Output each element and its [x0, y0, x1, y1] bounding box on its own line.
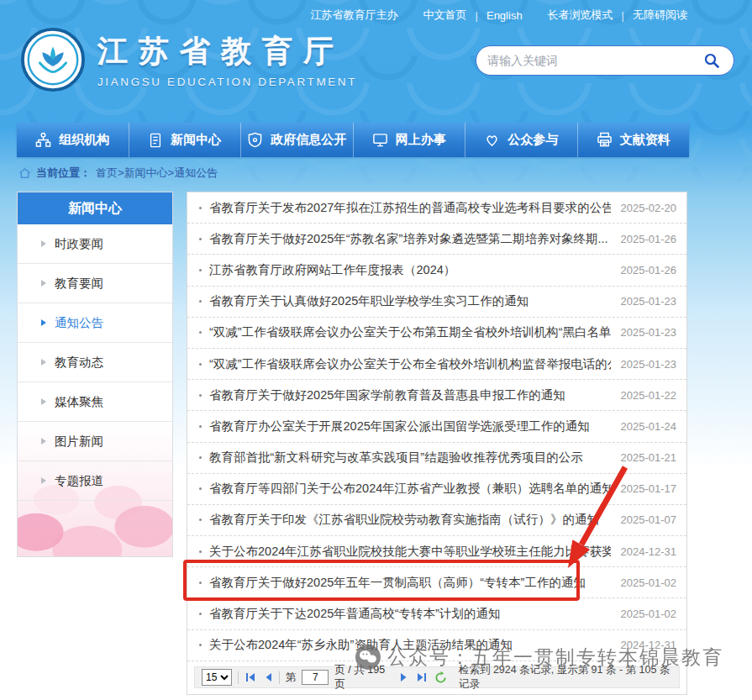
- list-item[interactable]: “双减”工作省级联席会议办公室关于公布第五期全省校外培训机构“黑白名单... 2…: [187, 318, 686, 349]
- notice-title[interactable]: 省教育厅关于做好2025年五年一贯制高职（高师）“专转本”工作的通知: [209, 575, 586, 591]
- triangle-bullet-icon: [41, 280, 46, 287]
- first-page-button[interactable]: [245, 672, 257, 682]
- sidebar-item[interactable]: 专题报道: [18, 461, 172, 501]
- notice-date: 2025-01-23: [611, 326, 677, 339]
- list-item[interactable]: 省教育厅等四部门关于公布2024年江苏省产业教授（兼职）选聘名单的通知 2025…: [187, 474, 686, 505]
- sidebar-item[interactable]: 通知公告: [18, 303, 172, 343]
- notice-title[interactable]: 关于公布2024年江苏省职业院校技能大赛中等职业学校班主任能力比赛获奖: [209, 544, 611, 560]
- last-page-icon: [416, 672, 427, 682]
- triangle-bullet-icon: [41, 438, 46, 445]
- search-input[interactable]: [487, 54, 701, 67]
- notice-title[interactable]: 教育部首批“新文科研究与改革实践项目”结题验收推荐优秀项目的公示: [209, 450, 583, 466]
- chinese-home-link[interactable]: 中文首页: [423, 8, 467, 23]
- list-item[interactable]: 省教育厅关于下达2025年普通高校“专转本”计划的通知 2025-01-02: [187, 598, 686, 629]
- sidebar-item[interactable]: 时政要闻: [18, 224, 172, 264]
- triangle-bullet-icon: [41, 477, 46, 484]
- home-icon: [18, 167, 31, 179]
- nav-item-online-services[interactable]: 网上办事: [354, 123, 466, 157]
- nav-item-gov-info-disclosure[interactable]: 政府信息公开: [241, 123, 354, 157]
- triangle-bullet-icon: [41, 398, 46, 405]
- list-item[interactable]: 省教育厅关于印发《江苏省职业院校劳动教育实施指南（试行）》的通知 2025-01…: [187, 505, 686, 536]
- site-logo-block: 江苏省教育厅 JIANGSU EDUCATION DEPARTMENT: [20, 27, 357, 92]
- notice-title[interactable]: 江苏省教育厅政府网站工作年度报表（2024）: [209, 262, 455, 278]
- notice-date: 2025-01-02: [611, 608, 677, 620]
- bullet-icon: [199, 394, 202, 397]
- sidebar-title: 新闻中心: [18, 192, 172, 224]
- sidebar-menu: 时政要闻 教育要闻 通知公告 教育动态: [18, 224, 172, 501]
- page-total-label: 页 / 共 195 页: [334, 663, 393, 692]
- notice-date: 2024-12-31: [611, 639, 677, 651]
- notice-title[interactable]: 省教育厅关于印发《江苏省职业院校劳动教育实施指南（试行）》的通知: [209, 512, 599, 528]
- search-button[interactable]: [701, 50, 723, 71]
- nav-item-public-participation[interactable]: 公众参与: [465, 123, 578, 157]
- list-item[interactable]: 省教育厅关于做好2025年“苏教名家”培养对象遴选暨第二期培养对象终期... 2…: [187, 224, 686, 255]
- elder-mode-link[interactable]: 长者浏览模式: [548, 8, 613, 23]
- list-item[interactable]: 省教育厅关于发布2027年拟在江苏招生的普通高校专业选考科目要求的公告 2025…: [187, 192, 686, 224]
- pagination-bar: 15 第 页 / 共 195 页: [187, 661, 686, 694]
- refresh-button[interactable]: [434, 671, 448, 684]
- list-item[interactable]: 省教育厅关于认真做好2025年职业学校学生实习工作的通知 2025-01-23: [187, 287, 686, 318]
- nav-item-news-center[interactable]: 新闻中心: [129, 123, 242, 157]
- archive-printer-icon: [597, 132, 613, 148]
- notice-date: 2025-02-20: [611, 202, 677, 214]
- list-item[interactable]: 省教育厅关于做好2025年五年一贯制高职（高师）“专转本”工作的通知 2025-…: [187, 567, 686, 598]
- notice-title[interactable]: 省教育厅办公室关于开展2025年国家公派出国留学选派受理工作的通知: [209, 418, 590, 434]
- divider: |: [622, 9, 624, 22]
- bullet-icon: [199, 238, 202, 240]
- notice-date: 2025-01-23: [611, 295, 677, 308]
- nav-label: 网上办事: [396, 132, 446, 148]
- prev-page-button[interactable]: [263, 672, 273, 682]
- bullet-icon: [199, 644, 202, 646]
- accessibility-link[interactable]: 无障碍阅读: [633, 8, 687, 23]
- list-item[interactable]: 关于公布2024年江苏省职业院校技能大赛中等职业学校班主任能力比赛获奖 2024…: [187, 536, 686, 567]
- host-link[interactable]: 江苏省教育厅主办: [311, 8, 398, 23]
- site-subtitle: JIANGSU EDUCATION DEPARTMENT: [97, 76, 357, 88]
- news-doc-icon: [148, 133, 163, 148]
- notice-title[interactable]: 省教育厅关于下达2025年普通高校“专转本”计划的通知: [209, 606, 500, 622]
- list-item[interactable]: 江苏省教育厅政府网站工作年度报表（2024） 2025-01-26: [187, 255, 686, 286]
- notice-title[interactable]: 省教育厅关于做好2025年“苏教名家”培养对象遴选暨第二期培养对象终期...: [209, 231, 608, 247]
- nav-item-documents[interactable]: 文献资料: [578, 123, 690, 157]
- list-item[interactable]: 关于公布2024年“苏乡永助”资助育人主题活动结果的通知 2024-12-31: [187, 630, 686, 661]
- top-utility-bar: 江苏省教育厅主办 中文首页 | English 长者浏览模式 | 无障碍阅读: [311, 8, 687, 23]
- list-item[interactable]: 省教育厅关于做好2025年国家学前教育普及普惠县申报工作的通知 2025-01-…: [187, 380, 686, 411]
- page-size-select[interactable]: 15: [202, 669, 232, 686]
- result-summary: 检索到 2924 条记录, 显示第 91 条 - 第 105 条记录: [459, 663, 672, 692]
- notice-title[interactable]: 省教育厅关于发布2027年拟在江苏招生的普通高校专业选考科目要求的公告: [209, 200, 611, 216]
- breadcrumb-path[interactable]: 首页>新闻中心>通知公告: [96, 166, 218, 181]
- notice-date: 2025-01-02: [611, 576, 677, 589]
- breadcrumb-prefix: 当前位置：: [36, 166, 91, 181]
- notice-title[interactable]: 省教育厅关于做好2025年国家学前教育普及普惠县申报工作的通知: [209, 387, 565, 403]
- sidebar-item[interactable]: 媒体聚焦: [18, 382, 172, 422]
- notice-date: 2025-01-24: [611, 420, 677, 433]
- nav-label: 文献资料: [620, 132, 670, 148]
- list-item[interactable]: 教育部首批“新文科研究与改革实践项目”结题验收推荐优秀项目的公示 2025-01…: [187, 443, 686, 474]
- sidebar-item-label: 时政要闻: [55, 236, 103, 252]
- page: 江苏省教育厅主办 中文首页 | English 长者浏览模式 | 无障碍阅读 江…: [0, 0, 752, 700]
- sidebar-item-label: 教育要闻: [55, 276, 103, 292]
- refresh-icon: [434, 671, 447, 684]
- last-page-button[interactable]: [415, 672, 428, 682]
- notice-title[interactable]: 省教育厅关于认真做好2025年职业学校学生实习工作的通知: [209, 293, 529, 309]
- next-page-button[interactable]: [399, 672, 409, 682]
- notice-title[interactable]: “双减”工作省级联席会议办公室关于公布全省校外培训机构监督举报电话的公...: [209, 356, 611, 372]
- nav-label: 政府信息公开: [271, 132, 346, 148]
- nav-item-organization[interactable]: 组织机构: [17, 123, 129, 157]
- sidebar-item[interactable]: 教育动态: [18, 343, 172, 382]
- list-item[interactable]: 省教育厅办公室关于开展2025年国家公派出国留学选派受理工作的通知 2025-0…: [187, 411, 686, 442]
- page-number-input[interactable]: [302, 670, 329, 685]
- sidebar-item[interactable]: 图片新闻: [18, 422, 172, 461]
- triangle-bullet-icon: [41, 240, 46, 247]
- site-title: 江苏省教育厅: [97, 31, 357, 72]
- notice-title[interactable]: 省教育厅等四部门关于公布2024年江苏省产业教授（兼职）选聘名单的通知: [209, 481, 611, 497]
- english-link[interactable]: English: [486, 9, 523, 22]
- list-item[interactable]: “双减”工作省级联席会议办公室关于公布全省校外培训机构监督举报电话的公... 2…: [187, 349, 686, 380]
- sidebar-item-label: 专题报道: [55, 473, 103, 489]
- notice-title[interactable]: “双减”工作省级联席会议办公室关于公布第五期全省校外培训机构“黑白名单...: [209, 324, 611, 340]
- notice-date: 2025-01-23: [611, 358, 677, 371]
- notice-date: 2025-01-22: [611, 389, 677, 402]
- first-page-icon: [245, 672, 256, 682]
- sidebar-item[interactable]: 教育要闻: [18, 264, 172, 303]
- bullet-icon: [199, 613, 202, 615]
- notice-title[interactable]: 关于公布2024年“苏乡永助”资助育人主题活动结果的通知: [209, 637, 513, 653]
